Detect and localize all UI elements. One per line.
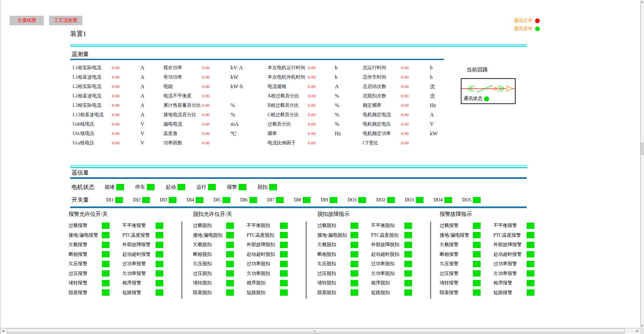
scroll-right-arrow-icon[interactable]: ► [635, 329, 640, 333]
telemetry-label: Uab线电压 [73, 121, 112, 127]
alarm-enable-right-column: 不平衡报警 PTC温度报警 外部故障报警 起动超时报警 [122, 221, 163, 297]
telemetry-unit: % [335, 93, 339, 99]
telemetry-label: 总运行时间 [363, 65, 401, 71]
trip-item-label: 过载脱扣 [193, 223, 226, 229]
trip-fault-indicator [404, 232, 412, 238]
group-divider [430, 222, 431, 299]
alarm-item-indicator [102, 251, 110, 257]
alarm-item-label: 外部故障报警 [122, 242, 156, 248]
trip-item: 阻塞脱扣 [193, 288, 247, 298]
alarm-fault-item: 接地/漏电报警 [440, 231, 493, 240]
motor-status-row: 电机状态 就绪 停车 起动 运行 报警 [72, 183, 277, 191]
telemetry-value: 0.00 [112, 84, 140, 89]
switch-io-item-label: DO5 [462, 197, 471, 203]
trip-fault-item: 欠功率脱扣 [371, 269, 412, 279]
switch-io-item-label: DI2 [133, 197, 140, 203]
switch-io-indicator [169, 197, 176, 203]
vertical-scrollbar-thumb[interactable] [641, 143, 644, 155]
alarm-fault-item: 外部故障报警 [493, 240, 534, 250]
telemetry-label: Uca线电压 [73, 140, 112, 146]
telemetry-label: 电机额定功率 [363, 131, 401, 137]
alarm-fault-item: 断相报警 [440, 250, 493, 259]
alarm-item-indicator [156, 251, 163, 257]
trip-fault-item: PTC温度脱扣 [371, 231, 412, 240]
telemetry-row: 累计热容量百分比 0.00 % [163, 101, 243, 110]
telemetry-row: Uab线电压 0.00 V [73, 120, 145, 129]
trip-fault-item: 阻塞脱扣 [317, 288, 371, 298]
telemetry-value: 0.00 [308, 131, 335, 136]
switch-io-item-label: DO4 [434, 197, 443, 203]
telemetry-label: 过载百分比 [268, 121, 308, 127]
trip-item-indicator [226, 270, 234, 277]
trip-item: 相序脱扣 [247, 278, 288, 288]
alarm-item: 接地/漏电报警 [69, 231, 122, 240]
switch-io-indicator [276, 197, 284, 203]
telemetry-unit: ℃ [231, 131, 237, 137]
trip-fault-indicator [351, 289, 358, 296]
telemetry-label: 电机额定电压 [363, 121, 401, 127]
trip-item-label: 过功率脱扣 [247, 261, 280, 267]
scroll-down-arrow-icon[interactable]: ▼ [641, 324, 644, 327]
telemetry-unit: V [140, 140, 145, 146]
trip-item-label: PTC温度脱扣 [247, 232, 280, 238]
trip-fault-item: 外部故障脱扣 [371, 240, 412, 250]
horizontal-scrollbar-thumb[interactable]: ⦀ [7, 329, 625, 334]
telemetry-label: 频率 [268, 131, 308, 137]
telemetry-label: L1相实际电流 [73, 65, 112, 71]
trip-item: 接地/漏电脱扣 [193, 231, 247, 240]
alarm-item: 外部故障报警 [122, 240, 163, 250]
switch-io-item-label: DI3 [160, 197, 167, 203]
circuit-comm-status: 通讯状态 [464, 96, 489, 102]
main-wiring-diagram-button[interactable]: 主接线图 [10, 16, 44, 25]
telemetry-row: 本次电机停机时间 0.00 h [268, 73, 341, 82]
alarm-fault-item-label: 接地/漏电报警 [440, 232, 473, 238]
alarm-fault-item-label: 起动超时报警 [493, 251, 527, 257]
process-flow-diagram-button[interactable]: 工艺流程图 [49, 16, 82, 25]
vertical-scrollbar[interactable]: ▲ ▼ [640, 0, 644, 334]
telemetry-row: B相过载百分比 0.00 % [268, 101, 341, 110]
telemetry-unit: A [335, 84, 339, 90]
scroll-left-arrow-icon[interactable]: ◄ [1, 329, 6, 333]
trip-item: 过载脱扣 [193, 221, 247, 231]
horizontal-scrollbar[interactable]: ◄ ⦀ ► [0, 328, 641, 334]
telemetry-row: 电流规格 0.00 A [268, 82, 341, 91]
telemetry-value: 0.00 [401, 103, 430, 108]
trip-item-indicator [226, 232, 234, 238]
motor-status-indicator [147, 184, 155, 190]
telemetry-value: 0.00 [308, 93, 335, 99]
trip-fault-indicator [404, 223, 412, 229]
alarm-fault-item-label: 外部故障报警 [493, 242, 527, 248]
current-circuit-box: 通讯状态 [461, 78, 516, 104]
alarm-fault-item-label: 欠压报警 [440, 261, 473, 267]
motor-status-indicator [269, 184, 277, 190]
alarm-item-label: 断相报警 [69, 251, 102, 257]
telemetry-row: 漏电电流 0.00 mA [163, 120, 243, 129]
alarm-item: 短路报警 [122, 288, 163, 298]
telemetry-unit: Hz [430, 102, 436, 108]
trip-fault-item: 短路脱扣 [371, 288, 412, 298]
trip-fault-item: 堵转脱扣 [317, 278, 371, 288]
scroll-up-arrow-icon[interactable]: ▲ [641, 0, 644, 3]
alarm-item-label: 接地/漏电报警 [69, 232, 102, 238]
switch-io-item-label: DI4 [187, 197, 194, 203]
switch-io-indicator [196, 197, 203, 203]
telemetry-value: 0.00 [401, 93, 430, 99]
trip-fault-item-label: 相序脱扣 [371, 280, 404, 286]
telemetry-value: 0.00 [401, 112, 430, 117]
trip-fault-item: 相序脱扣 [371, 278, 412, 288]
alarm-item-label: 不平衡报警 [122, 223, 156, 229]
motor-status-item: 脱扣 [257, 184, 277, 190]
switch-io-item-label: DI9 [321, 197, 328, 203]
alarm-item: 欠功率报警 [122, 269, 163, 279]
telemetry-value: 0.00 [112, 103, 140, 108]
switch-io-item: DI8 [294, 197, 311, 203]
telemetry-column-1: L1相实际电流 0.00 A L1相基波电流 0.00 A L2相实际电流 0.… [73, 63, 145, 148]
telemetry-row: 过载百分比 0.00 % [268, 120, 341, 129]
alarm-enable-heading: 报警允许位开/关 [69, 211, 180, 221]
switch-io-item: DI3 [160, 197, 177, 203]
alarm-item: 起动超时报警 [122, 250, 163, 259]
switch-io-indicator [444, 197, 452, 203]
alarm-fault-indicator [473, 289, 481, 296]
telemetry-row: Uca线电压 0.00 V [73, 138, 145, 148]
telemetry-value: 0.00 [202, 140, 231, 146]
